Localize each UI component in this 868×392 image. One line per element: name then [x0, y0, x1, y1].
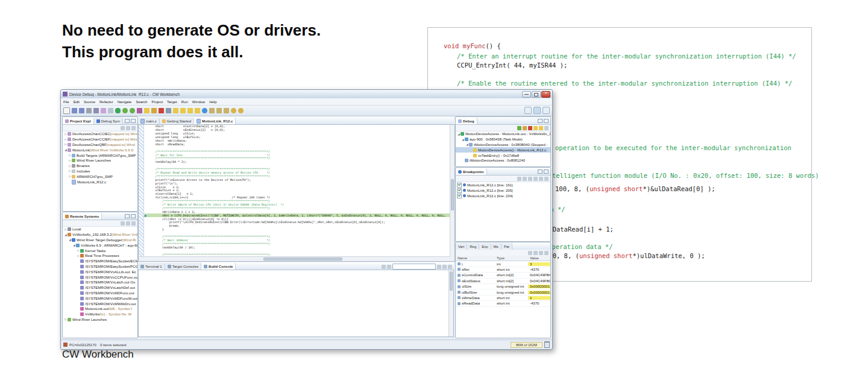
new-icon[interactable]: [63, 107, 70, 114]
tab-remote-systems[interactable]: Remote Systems: [63, 213, 102, 220]
variables-tab[interactable]: Par: [502, 243, 512, 250]
tree-item[interactable]: /SYSTEMROM/VxCCPUFunc.out: [63, 274, 137, 280]
variables-tab[interactable]: Vari: [456, 243, 467, 250]
tree-item[interactable]: ▷ Real Time Processes: [63, 253, 137, 259]
stack-frame-item[interactable]: ◢ ayp-900 : 0x580438 (Task Mode): [456, 137, 550, 142]
menu-item[interactable]: Refactor: [99, 100, 113, 104]
tree-item[interactable]: /SYSTEMROM/EasySocket/PCG: [63, 264, 137, 270]
new-wizard-icon[interactable]: [101, 108, 106, 113]
editor-tab[interactable]: Getting Started: [160, 118, 194, 124]
step-over-icon[interactable]: [539, 126, 543, 130]
view-menu-icon[interactable]: [544, 177, 549, 181]
resume-icon[interactable]: [144, 108, 149, 113]
resume-icon[interactable]: [517, 126, 521, 130]
tree-item[interactable]: VxWorks 0x1 - Symbol file: W: [63, 312, 137, 317]
variable-row[interactable]: i int 3: [456, 261, 550, 267]
breakpoint-item[interactable]: MotionLink_R12.c [line: 234]: [456, 193, 550, 198]
stack-frame-item[interactable]: ◢ MotionDeviceAccess - MotionLink.out - …: [456, 131, 550, 137]
variable-row[interactable]: ulBufSize long unsigned int 0x00000001: [456, 289, 550, 295]
remove-all-breakpoints-icon[interactable]: [523, 177, 527, 181]
variable-row[interactable]: sReadData short int -4370: [456, 301, 550, 306]
tree-item[interactable]: MotionLink_R12.c: [63, 179, 137, 185]
tree-item[interactable]: ◢ VxWorks6x_192.168.3.2 (Wind River VxW: [63, 232, 137, 238]
breakpoint-checkbox[interactable]: [457, 194, 462, 198]
tree-item[interactable]: ▷ Binaries: [63, 163, 137, 169]
variables-tab[interactable]: Reg: [467, 243, 479, 250]
terminate-icon[interactable]: [528, 126, 532, 130]
tree-item[interactable]: /SYSTEMROM/VxALLib.out: Ec: [63, 269, 137, 274]
step-into-icon[interactable]: [533, 126, 538, 130]
console-tab[interactable]: Terminal 1: [138, 263, 165, 270]
console-scrollbar[interactable]: [448, 270, 453, 337]
tree-item[interactable]: /SYSTEMROM/EasySocket/ECM: [63, 259, 137, 264]
debug-icon[interactable]: [115, 108, 121, 113]
tree-item[interactable]: ◢ VxWorks 6.9 : ARMARCH7 - ayp-60: [63, 242, 137, 248]
menu-item[interactable]: Project: [151, 100, 163, 104]
tree-item[interactable]: ▷ DevAccessChanCCIEF [mapped to] Wind: [63, 137, 137, 142]
minimize-icon[interactable]: [125, 214, 130, 218]
remove-breakpoint-icon[interactable]: [517, 177, 521, 181]
cpp-perspective-icon[interactable]: [542, 107, 550, 114]
save-all-icon[interactable]: [79, 108, 84, 113]
tree-item[interactable]: MotionLink.out 0kB - Symbol f: [63, 306, 137, 312]
step-over-icon[interactable]: [180, 108, 186, 113]
run-garbage-collector-icon[interactable]: [544, 341, 550, 348]
breakpoint-checkbox[interactable]: [457, 183, 462, 188]
back-icon[interactable]: [231, 108, 236, 113]
next-annotation-icon[interactable]: [209, 108, 215, 113]
view-menu-icon[interactable]: [544, 251, 549, 255]
step-into-icon[interactable]: [173, 108, 178, 113]
close-button[interactable]: [541, 91, 550, 98]
maximize-icon[interactable]: [544, 119, 549, 123]
open-perspective-icon[interactable]: [524, 107, 532, 114]
stack-frame-item[interactable]: vxTaskEntry() - 0x17d6a8: [456, 153, 550, 158]
tree-item[interactable]: ▷ Includes: [63, 169, 137, 174]
terminate-icon[interactable]: [159, 108, 164, 113]
menu-item[interactable]: Search: [136, 100, 147, 104]
variable-row[interactable]: ulSize long unsigned int 0x00000001: [456, 284, 550, 289]
tree-item[interactable]: /SYSTEMROM/VxMDFuncW.out: [63, 296, 137, 301]
variable-row[interactable]: sEndStatus short int[2] 0x04C49FB0: [456, 279, 550, 284]
tree-item[interactable]: ▷ Wind River Launches: [63, 317, 137, 323]
tree-item[interactable]: ▷ Build Targets (ARMARCH7gnu_SMP: [63, 153, 137, 158]
tab-debug[interactable]: Debug: [456, 118, 477, 124]
stack-frame-item[interactable]: tMotionDeviceAccess : 0x8081240: [456, 158, 550, 163]
tree-item[interactable]: ▷ Kernel Tasks: [63, 248, 137, 253]
forward-icon[interactable]: [238, 108, 244, 113]
breakpoint-item[interactable]: MotionLink_R12.c [line: 205]: [456, 188, 550, 193]
scroll-lock-icon[interactable]: [437, 265, 441, 269]
build-all-icon[interactable]: [93, 108, 99, 113]
run-icon[interactable]: [122, 108, 128, 113]
menu-item[interactable]: Navigate: [118, 100, 132, 104]
collapse-all-icon[interactable]: [121, 126, 125, 130]
step-return-icon[interactable]: [187, 108, 193, 113]
print-icon[interactable]: [86, 108, 92, 113]
console-filter-combo[interactable]: [392, 264, 436, 270]
tree-item[interactable]: ◢ Wind River Target Debugger (Wind Ri: [63, 238, 137, 243]
tree-item[interactable]: ▷ ARMARCH7gnu_SMP: [63, 174, 137, 179]
editor-horizontal-scrollbar[interactable]: [139, 256, 450, 261]
editor-tab[interactable]: main.c: [138, 118, 160, 124]
minimize-icon[interactable]: [538, 119, 542, 123]
view-menu-icon[interactable]: [131, 221, 136, 226]
external-tools-icon[interactable]: [130, 108, 135, 113]
display-console-icon[interactable]: [382, 265, 386, 269]
suspend-icon[interactable]: [151, 108, 157, 113]
suspend-icon[interactable]: [523, 126, 527, 130]
tree-item[interactable]: ▷ DevAccessChanQBF [mapped to] Wind: [63, 142, 137, 148]
show-breakpoints-icon[interactable]: [528, 177, 532, 181]
show-logical-structure-icon[interactable]: [533, 251, 538, 255]
device-debug-perspective-icon[interactable]: [533, 107, 541, 114]
tree-item[interactable]: ▷ Wind River Launches: [63, 158, 137, 163]
menu-item[interactable]: File: [63, 100, 69, 104]
link-editor-icon[interactable]: [126, 126, 130, 130]
minimize-icon[interactable]: [125, 119, 130, 123]
menu-item[interactable]: Run: [181, 100, 188, 104]
tree-item[interactable]: /SYSTEMROM/VxLatchDef.out: [63, 285, 137, 291]
stack-frame-item[interactable]: MotionDeviceAccess() - MotionLink_R12.c:: [456, 147, 550, 153]
variable-row[interactable]: sWriteData short int 1: [456, 296, 550, 301]
collapse-all-icon[interactable]: [539, 251, 543, 255]
menu-item[interactable]: Edit: [74, 100, 80, 104]
stack-frame-item[interactable]: ◢ tMotionDeviceAccess : 0x380B040 (Stopp…: [456, 142, 550, 148]
variable-row[interactable]: sControlData short int[2] 0x04C49FB4: [456, 273, 550, 278]
